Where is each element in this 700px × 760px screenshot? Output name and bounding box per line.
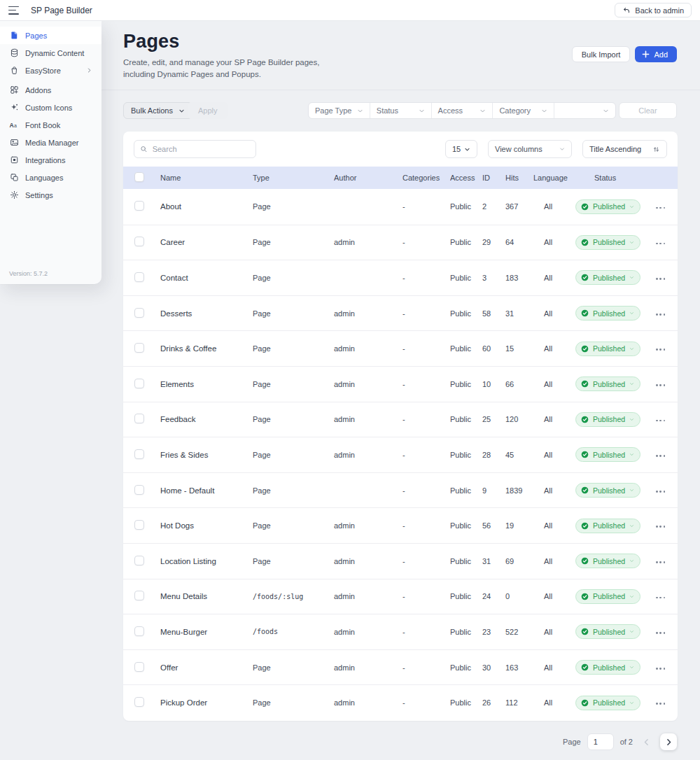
- table-row[interactable]: Home - Default Page - Public 9 1839 All …: [123, 472, 678, 508]
- search-input[interactable]: [153, 145, 250, 153]
- table-row[interactable]: Career Page admin - Public 29 64 All Pub…: [123, 225, 678, 260]
- apply-button[interactable]: Apply: [188, 102, 228, 119]
- column-header-type[interactable]: Type: [253, 174, 334, 182]
- hamburger-menu-icon[interactable]: [8, 6, 21, 15]
- row-checkbox[interactable]: [134, 201, 144, 211]
- row-actions-button[interactable]: [654, 240, 666, 248]
- column-header-author[interactable]: Author: [334, 174, 402, 182]
- row-checkbox[interactable]: [134, 626, 144, 636]
- row-checkbox[interactable]: [134, 308, 144, 318]
- row-actions-button[interactable]: [654, 700, 666, 708]
- column-header-access[interactable]: Access: [450, 174, 482, 182]
- sidebar-item-media-manager[interactable]: Media Manager: [0, 134, 102, 151]
- back-to-admin-button[interactable]: Back to admin: [615, 3, 692, 17]
- table-row[interactable]: Fries & Sides Page admin - Public 28 45 …: [123, 437, 678, 472]
- sort-order-button[interactable]: Title Ascending: [582, 140, 667, 158]
- status-badge[interactable]: Published: [575, 377, 640, 391]
- row-actions-button[interactable]: [654, 594, 666, 602]
- row-checkbox[interactable]: [134, 343, 144, 353]
- row-checkbox[interactable]: [134, 591, 144, 600]
- row-checkbox[interactable]: [134, 556, 144, 565]
- row-actions-button[interactable]: [654, 523, 666, 530]
- status-badge[interactable]: Published: [575, 235, 640, 250]
- row-actions-button[interactable]: [654, 275, 666, 283]
- row-checkbox[interactable]: [134, 237, 144, 246]
- row-checkbox[interactable]: [134, 697, 144, 707]
- row-actions-button[interactable]: [654, 381, 666, 389]
- row-checkbox[interactable]: [134, 449, 144, 459]
- sidebar-item-dynamic-content[interactable]: Dynamic Content: [0, 44, 102, 62]
- row-checkbox[interactable]: [134, 662, 144, 672]
- filter-select-status[interactable]: Status: [370, 103, 432, 118]
- previous-page-button[interactable]: [639, 735, 654, 750]
- row-actions-button[interactable]: [654, 558, 666, 566]
- bulk-import-button[interactable]: Bulk Import: [572, 46, 631, 62]
- table-row[interactable]: Elements Page admin - Public 10 66 All P…: [123, 366, 678, 402]
- clear-filters-button[interactable]: Clear: [619, 102, 677, 119]
- add-button[interactable]: Add: [635, 46, 677, 62]
- status-badge[interactable]: Published: [575, 660, 640, 675]
- filter-select-category[interactable]: Category: [493, 103, 554, 118]
- status-badge[interactable]: Published: [575, 306, 640, 321]
- status-badge[interactable]: Published: [575, 519, 640, 533]
- status-badge[interactable]: Published: [575, 696, 640, 710]
- sidebar-item-settings[interactable]: Settings: [0, 186, 102, 204]
- column-header-categories[interactable]: Categories: [402, 174, 450, 182]
- status-label: Published: [593, 238, 625, 246]
- sidebar-item-easystore[interactable]: EasyStore: [0, 62, 102, 79]
- table-row[interactable]: Offer Page admin - Public 30 163 All Pub…: [123, 649, 678, 685]
- row-actions-button[interactable]: [654, 665, 666, 673]
- status-badge[interactable]: Published: [575, 412, 640, 427]
- table-row[interactable]: Drinks & Coffee Page admin - Public 60 1…: [123, 330, 678, 366]
- bulk-actions-dropdown[interactable]: Bulk Actions: [123, 102, 192, 119]
- row-actions-button[interactable]: [654, 204, 666, 212]
- sidebar-item-languages[interactable]: Languages: [0, 169, 102, 186]
- filter-select-extra[interactable]: [554, 103, 615, 118]
- status-badge[interactable]: Published: [575, 447, 640, 462]
- status-badge[interactable]: Published: [575, 199, 640, 214]
- row-checkbox[interactable]: [134, 520, 144, 530]
- row-checkbox[interactable]: [134, 379, 144, 388]
- table-row[interactable]: Pickup Order Page admin - Public 26 112 …: [123, 684, 678, 720]
- column-header-id[interactable]: ID: [482, 174, 505, 182]
- column-header-hits[interactable]: Hits: [505, 174, 533, 182]
- row-actions-button[interactable]: [654, 488, 666, 495]
- table-row[interactable]: Contact Page - Public 3 183 All Publishe…: [123, 260, 678, 295]
- row-actions-button[interactable]: [654, 452, 666, 460]
- row-checkbox[interactable]: [134, 272, 144, 282]
- table-row[interactable]: Menu-Burger /foods admin - Public 23 522…: [123, 614, 678, 649]
- table-row[interactable]: Menu Details /foods/:slug admin - Public…: [123, 579, 678, 614]
- row-checkbox[interactable]: [134, 414, 144, 423]
- sidebar-item-font-book[interactable]: Aa Font Book: [0, 116, 102, 134]
- column-header-status[interactable]: Status: [575, 174, 654, 182]
- sidebar-item-pages[interactable]: Pages: [0, 27, 102, 44]
- status-badge[interactable]: Published: [575, 589, 640, 604]
- status-badge[interactable]: Published: [575, 342, 640, 356]
- next-page-button[interactable]: [660, 733, 677, 750]
- table-row[interactable]: Location Listing Page admin - Public 31 …: [123, 543, 678, 579]
- select-all-checkbox[interactable]: [134, 172, 144, 182]
- sidebar-item-custom-icons[interactable]: Custom Icons: [0, 99, 102, 116]
- table-row[interactable]: Feedback Page admin - Public 25 120 All …: [123, 402, 678, 437]
- row-actions-button[interactable]: [654, 311, 666, 318]
- status-badge[interactable]: Published: [575, 483, 640, 498]
- column-header-language[interactable]: Language: [533, 174, 575, 182]
- sidebar-item-integrations[interactable]: Integrations: [0, 151, 102, 169]
- status-badge[interactable]: Published: [575, 624, 640, 639]
- page-number-input[interactable]: [587, 733, 614, 750]
- table-row[interactable]: About Page - Public 2 367 All Published: [123, 189, 678, 225]
- filter-select-page-type[interactable]: Page Type: [309, 103, 370, 118]
- table-row[interactable]: Desserts Page admin - Public 58 31 All P…: [123, 295, 678, 331]
- row-actions-button[interactable]: [654, 346, 666, 353]
- sidebar-item-addons[interactable]: Addons: [0, 81, 102, 99]
- per-page-select[interactable]: 15: [445, 140, 477, 158]
- filter-select-access[interactable]: Access: [432, 103, 493, 118]
- column-header-name[interactable]: Name: [160, 174, 253, 182]
- status-badge[interactable]: Published: [575, 554, 640, 568]
- row-actions-button[interactable]: [654, 629, 666, 637]
- row-checkbox[interactable]: [134, 485, 144, 495]
- row-actions-button[interactable]: [654, 417, 666, 425]
- status-badge[interactable]: Published: [575, 270, 640, 285]
- table-row[interactable]: Hot Dogs Page admin - Public 56 19 All P…: [123, 507, 678, 543]
- view-columns-select[interactable]: View columns: [488, 140, 572, 158]
